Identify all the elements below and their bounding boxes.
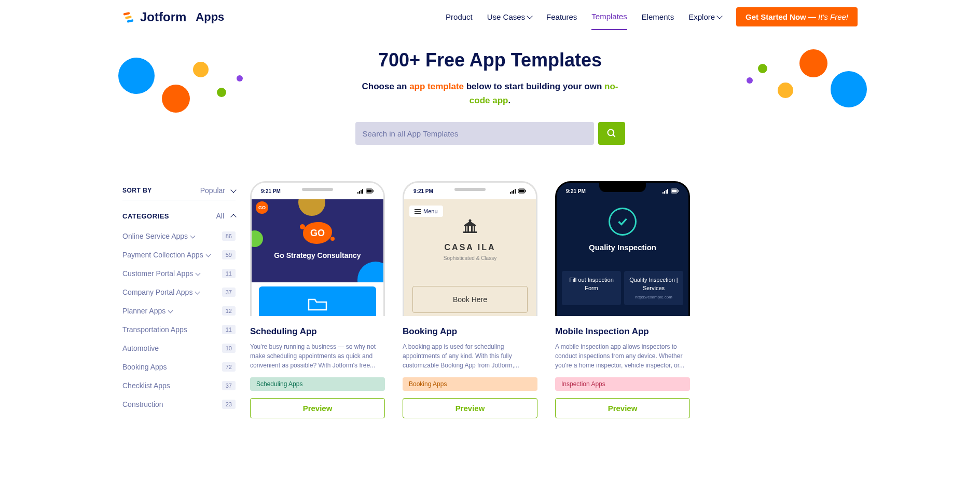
mock-tile: Quality Inspection | Services https://ex… [624, 271, 683, 305]
card-title[interactable]: Scheduling App [250, 326, 385, 337]
category-item[interactable]: Checklist Apps37 [122, 377, 236, 394]
svg-point-3 [608, 130, 614, 136]
chevron-down-icon [230, 187, 236, 193]
svg-rect-17 [519, 190, 524, 193]
phone-mockup: 9:21 PM GO GO Go Strategy Consultancy [250, 181, 385, 316]
mock-tile: Fill out Inspection Form [562, 271, 621, 305]
chevron-down-icon [527, 13, 532, 19]
mock-menu-button: Menu [409, 206, 443, 217]
decorative-circle [237, 75, 243, 81]
search-input[interactable] [355, 122, 594, 145]
nav-templates[interactable]: Templates [591, 12, 627, 30]
sort-row: SORT BY Popular [122, 181, 236, 200]
logo[interactable]: Jotform [122, 10, 186, 24]
category-item[interactable]: Planner Apps12 [122, 302, 236, 320]
category-item[interactable]: Construction23 [122, 395, 236, 413]
category-name: Payment Collection Apps [122, 251, 210, 259]
chevron-down-icon [190, 233, 196, 238]
phone-status-bar: 9:21 PM [252, 183, 383, 199]
main-header: Jotform Apps Product Use Cases Features … [0, 0, 980, 34]
template-card: 9:21 PM Quality Inspection Fill out Insp… [555, 181, 690, 418]
svg-rect-5 [357, 192, 358, 194]
categories-title: CATEGORIES [122, 212, 169, 220]
svg-rect-25 [662, 192, 664, 194]
decorative-circle [118, 58, 155, 94]
jotform-logo-icon [122, 10, 137, 24]
get-started-button[interactable]: Get Started Now — It's Free! [736, 7, 858, 26]
preview-button[interactable]: Preview [250, 398, 385, 418]
category-count: 59 [222, 250, 236, 259]
section-label[interactable]: Apps [196, 10, 224, 24]
sidebar: SORT BY Popular CATEGORIES All Online Se… [122, 181, 236, 418]
card-tag[interactable]: Inspection Apps [555, 377, 690, 391]
category-count: 12 [222, 306, 236, 316]
brand-name: Jotform [140, 10, 186, 24]
sort-label: SORT BY [122, 187, 152, 194]
decorative-circle [217, 88, 226, 97]
category-item[interactable]: Company Portal Apps37 [122, 283, 236, 301]
category-name: Booking Apps [122, 363, 167, 371]
categories-toggle[interactable]: All [216, 212, 236, 220]
category-count: 11 [222, 269, 236, 278]
category-name: Checklist Apps [122, 381, 170, 390]
cards-grid: 9:21 PM GO GO Go Strategy Consultancy Sc… [250, 181, 858, 418]
category-name: Transportation Apps [122, 325, 187, 334]
categories-list: Online Service Apps86Payment Collection … [122, 227, 236, 413]
phone-notch [302, 188, 333, 191]
search-icon [606, 128, 617, 139]
card-title[interactable]: Mobile Inspection App [555, 326, 690, 337]
nav-use-cases[interactable]: Use Cases [487, 12, 532, 21]
svg-rect-7 [361, 190, 362, 194]
nav-product[interactable]: Product [446, 12, 473, 21]
phone-mockup: 9:21 PM Quality Inspection Fill out Insp… [555, 181, 690, 316]
svg-rect-31 [678, 190, 679, 192]
categories-header: CATEGORIES All [122, 200, 236, 227]
category-item[interactable]: Automotive10 [122, 339, 236, 357]
nav-elements[interactable]: Elements [642, 12, 674, 21]
category-item[interactable]: Booking Apps72 [122, 358, 236, 376]
search-wrap [0, 122, 980, 145]
category-name: Online Service Apps [122, 232, 195, 240]
card-description: A booking app is used for scheduling app… [403, 342, 537, 370]
category-count: 86 [222, 231, 236, 241]
hamburger-icon [415, 209, 421, 214]
decorative-circle [747, 77, 753, 84]
svg-rect-10 [367, 190, 372, 193]
svg-rect-14 [513, 190, 514, 194]
svg-rect-24 [463, 231, 477, 233]
main-nav: Product Use Cases Features Templates Ele… [446, 7, 858, 26]
svg-rect-21 [467, 226, 469, 231]
nav-features[interactable]: Features [546, 12, 577, 21]
decorative-circle [831, 71, 867, 107]
category-item[interactable]: Online Service Apps86 [122, 227, 236, 245]
svg-rect-11 [373, 190, 374, 192]
phone-status-bar: 9:21 PM [404, 183, 536, 199]
preview-button[interactable]: Preview [403, 398, 537, 418]
category-count: 11 [222, 325, 236, 334]
category-item[interactable]: Transportation Apps11 [122, 321, 236, 338]
checkmark-icon [609, 208, 637, 236]
svg-rect-23 [474, 226, 475, 231]
card-tag[interactable]: Booking Apps [403, 377, 537, 391]
page-subtitle: Choose an app template below to start bu… [355, 79, 625, 107]
logo-section: Jotform Apps [122, 10, 224, 24]
go-logo: GO [303, 222, 332, 244]
decorative-circle [758, 64, 767, 73]
svg-rect-6 [359, 191, 360, 194]
card-title[interactable]: Booking App [403, 326, 537, 337]
decorative-circle [799, 49, 827, 77]
search-button[interactable] [598, 122, 625, 145]
phone-mockup: 9:21 PM Menu CASA ILA Sophisticated & Cl [403, 181, 537, 316]
svg-rect-20 [465, 226, 466, 231]
svg-rect-18 [526, 190, 527, 192]
preview-button[interactable]: Preview [555, 398, 690, 418]
category-item[interactable]: Payment Collection Apps59 [122, 246, 236, 264]
sort-select[interactable]: Popular [200, 186, 236, 195]
decorative-circle [778, 83, 793, 98]
svg-rect-22 [471, 226, 473, 231]
nav-explore[interactable]: Explore [688, 12, 722, 21]
svg-rect-28 [667, 189, 668, 194]
chevron-down-icon [196, 270, 201, 276]
card-tag[interactable]: Scheduling Apps [250, 377, 385, 391]
category-item[interactable]: Customer Portal Apps11 [122, 265, 236, 282]
